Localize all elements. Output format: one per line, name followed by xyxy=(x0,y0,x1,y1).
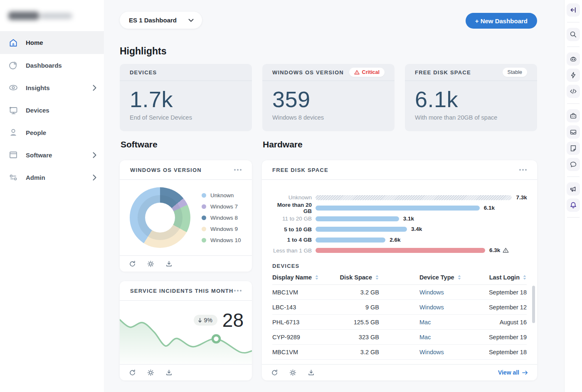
download-icon[interactable] xyxy=(308,369,315,376)
bar-value-label: 6.3k xyxy=(489,247,509,253)
windows-os-version-card: WINDOWS OS VERSION UnknownWindows 7Windo… xyxy=(120,160,252,272)
table-row[interactable]: CYP-9289323 GBMacSeptember 19 xyxy=(272,330,527,345)
legend-item[interactable]: Windows 8 xyxy=(202,215,241,221)
card-title: SERVICE INCIDENTS THIS MONTH xyxy=(130,288,234,294)
column-header[interactable]: Last Login xyxy=(476,274,527,281)
dashboard-selector[interactable]: ES 1 Dashboard xyxy=(120,12,202,29)
last-login-cell: September 19 xyxy=(476,334,527,341)
device-type-cell[interactable]: Windows xyxy=(379,289,476,296)
device-type-cell[interactable]: Windows xyxy=(379,349,476,355)
chat-icon[interactable] xyxy=(567,158,580,171)
table-scrollbar[interactable] xyxy=(532,286,535,323)
table-row[interactable]: LBC-1439 GBWindowsSeptember 12 xyxy=(272,300,527,315)
more-menu-icon[interactable] xyxy=(234,288,242,293)
sidebar-item-software[interactable]: Software xyxy=(0,144,104,166)
sidebar-item-people[interactable]: People xyxy=(0,121,104,144)
more-menu-icon[interactable] xyxy=(234,167,242,172)
highlight-card-subtitle: With more than 20GB of space xyxy=(415,114,527,121)
bar-value-label: 3.4k xyxy=(411,226,422,232)
device-type-cell[interactable]: Mac xyxy=(379,334,476,341)
more-menu-icon[interactable] xyxy=(519,167,527,172)
legend-label: Unknown xyxy=(210,192,234,198)
new-dashboard-button[interactable]: + New Dashboard xyxy=(466,13,537,29)
column-header[interactable]: Display Name xyxy=(272,274,328,281)
refresh-icon[interactable] xyxy=(129,260,136,267)
rail-divider xyxy=(567,103,580,104)
megaphone-icon[interactable] xyxy=(567,182,580,196)
people-icon xyxy=(7,127,19,137)
sort-icon[interactable] xyxy=(457,275,461,280)
code-icon[interactable] xyxy=(567,85,580,98)
bar-category-label: 11 to 20 GB xyxy=(272,216,312,222)
table-row[interactable]: PHL-6713125.5 GBMacAugust 16 xyxy=(272,315,527,330)
sidebar-item-label: Devices xyxy=(26,107,49,114)
highlight-card-title: DEVICES xyxy=(130,69,157,76)
sidebar-item-admin[interactable]: Admin xyxy=(0,166,104,189)
bar-fill[interactable] xyxy=(316,227,407,232)
sidebar-item-label: Software xyxy=(26,152,52,159)
flash-icon[interactable] xyxy=(567,69,580,82)
os-version-donut-chart: UnknownWindows 7Windows 8Windows 9Window… xyxy=(120,180,252,255)
download-icon[interactable] xyxy=(165,369,173,376)
devices-table-body: MBC1VM3.2 GBWindowsSeptember 18LBC-1439 … xyxy=(272,285,527,360)
settings-gear-icon[interactable] xyxy=(289,369,296,376)
bar-fill[interactable] xyxy=(316,238,385,243)
device-name-cell: CYP-9289 xyxy=(272,334,328,341)
toolbox-icon[interactable] xyxy=(567,109,580,122)
bar-fill[interactable] xyxy=(316,195,512,200)
table-row[interactable]: MBC1VM3.2 GBWindowsSeptember 18 xyxy=(272,285,527,300)
legend-item[interactable]: Unknown xyxy=(202,192,241,198)
refresh-icon[interactable] xyxy=(271,369,278,376)
bell-icon[interactable] xyxy=(567,198,580,212)
sidebar-item-label: People xyxy=(26,129,46,136)
highlight-card-disk-space: FREE DISK SPACE Stable 6.1k With more th… xyxy=(405,64,537,131)
legend-item[interactable]: Windows 10 xyxy=(202,237,241,243)
column-header[interactable]: Disk Space xyxy=(328,274,379,281)
note-icon[interactable] xyxy=(567,142,580,155)
highlight-dot[interactable] xyxy=(213,336,220,343)
sort-icon[interactable] xyxy=(315,275,319,280)
bar-fill[interactable] xyxy=(316,248,485,253)
sidebar-item-label: Insights xyxy=(26,84,50,91)
disk-space-cell: 125.5 GB xyxy=(328,319,379,326)
inbox-icon[interactable] xyxy=(567,125,580,139)
bar-value-label: 7.3k xyxy=(516,194,527,201)
device-type-cell[interactable]: Windows xyxy=(379,304,476,311)
refresh-icon[interactable] xyxy=(129,369,136,376)
donut-hole xyxy=(145,203,175,233)
bar-category-label: 1 to 4 GB xyxy=(272,237,312,243)
bar-fill[interactable] xyxy=(316,206,480,211)
column-header[interactable]: Device Type xyxy=(419,274,476,281)
bar-row: More than 20 GB6.1k xyxy=(272,203,527,214)
bar-fill[interactable] xyxy=(316,216,399,221)
bot-icon[interactable] xyxy=(567,52,580,66)
chevron-down-icon xyxy=(188,19,194,22)
bar-row: 5 to 10 GB3.4k xyxy=(272,224,527,235)
search-icon[interactable] xyxy=(567,28,580,41)
sidebar-item-devices[interactable]: Devices xyxy=(0,99,104,121)
view-all-link[interactable]: View all xyxy=(498,369,528,376)
settings-gear-icon[interactable] xyxy=(147,260,154,267)
right-icon-rail xyxy=(564,0,582,392)
legend-item[interactable]: Windows 7 xyxy=(202,203,241,210)
settings-gear-icon[interactable] xyxy=(147,369,154,376)
device-type-cell[interactable]: Mac xyxy=(379,319,476,326)
table-row[interactable]: MBC1VM3.2 GBWindowsSeptember 18 xyxy=(272,345,527,360)
legend-item[interactable]: Windows 9 xyxy=(202,226,241,232)
bar-value-label: 2.6k xyxy=(390,237,400,243)
service-incidents-card: SERVICE INCIDENTS THIS MONTH xyxy=(120,281,252,380)
sidebar-item-label: Dashboards xyxy=(26,62,62,69)
sidebar-nav: Home Dashboards Insights Devices Peop xyxy=(0,31,104,189)
sidebar-item-dashboards[interactable]: Dashboards xyxy=(0,54,104,76)
disk-space-cell: 9 GB xyxy=(328,304,379,311)
collapse-panel-icon[interactable] xyxy=(567,3,580,17)
sidebar-item-insights[interactable]: Insights xyxy=(0,76,104,99)
rail-divider xyxy=(567,22,580,22)
download-icon[interactable] xyxy=(165,260,173,267)
disk-space-bar-chart: Unknown7.3kMore than 20 GB6.1k11 to 20 G… xyxy=(272,180,527,259)
sort-icon[interactable] xyxy=(523,275,527,280)
sort-icon[interactable] xyxy=(375,275,379,280)
sidebar-item-home[interactable]: Home xyxy=(0,31,104,54)
highlight-card-subtitle: End of Service Devices xyxy=(130,114,242,121)
home-icon xyxy=(7,38,19,48)
